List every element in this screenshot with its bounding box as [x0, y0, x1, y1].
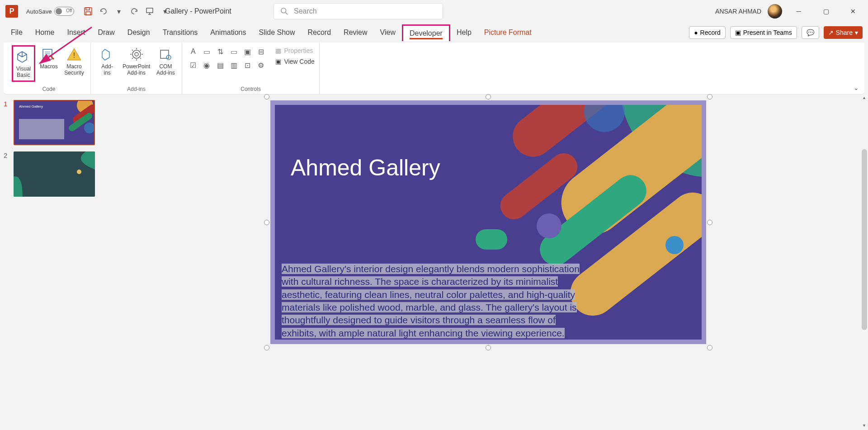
- resize-handle[interactable]: [264, 345, 269, 350]
- tab-insert[interactable]: Insert: [61, 25, 91, 40]
- thumb-2-preview[interactable]: [14, 151, 95, 197]
- group-code-label: Code: [12, 86, 86, 93]
- macros-button[interactable]: Macros: [37, 45, 61, 71]
- macros-label: Macros: [40, 63, 57, 70]
- resize-handle[interactable]: [264, 94, 269, 99]
- tab-slideshow[interactable]: Slide Show: [252, 25, 301, 40]
- scroll-thumb[interactable]: [862, 149, 867, 330]
- thumbnail-2[interactable]: 2: [4, 151, 105, 197]
- powerpoint-addins-button[interactable]: PowerPoint Add-ins: [121, 45, 152, 77]
- macro-security-label: Macro Security: [64, 63, 84, 76]
- tab-animations[interactable]: Animations: [204, 25, 252, 40]
- resize-handle[interactable]: [707, 94, 712, 99]
- addins-button[interactable]: Add- ins: [95, 45, 119, 77]
- comments-button[interactable]: 💬: [802, 26, 819, 39]
- record-button[interactable]: ● Record: [689, 26, 726, 39]
- search-input[interactable]: Search: [274, 3, 443, 19]
- scroll-down-icon[interactable]: ▾: [861, 423, 867, 430]
- scroll-up-icon[interactable]: ▴: [861, 95, 867, 102]
- control-more-icon[interactable]: ⚙: [255, 59, 267, 71]
- svg-rect-1: [86, 8, 90, 10]
- svg-point-8: [135, 52, 138, 56]
- control-combobox-icon[interactable]: ▥: [227, 59, 240, 71]
- tab-view[interactable]: View: [374, 25, 402, 40]
- workspace: 1 Ahmed Gallery 2: [0, 95, 868, 430]
- resize-handle[interactable]: [707, 220, 712, 225]
- app-icon[interactable]: P: [5, 5, 18, 18]
- share-button[interactable]: ↗ Share ▾: [824, 26, 863, 39]
- svg-rect-5: [43, 49, 52, 59]
- slide-number-1: 1: [4, 100, 10, 145]
- control-textbox-icon[interactable]: ▭: [200, 45, 213, 58]
- svg-point-15: [77, 170, 81, 174]
- user-name[interactable]: ANSAR AHMAD: [715, 8, 761, 15]
- thumb-1-shapes: [44, 100, 95, 145]
- tab-file[interactable]: File: [5, 25, 29, 40]
- control-checkbox-icon[interactable]: ☑: [187, 59, 199, 71]
- svg-rect-2: [86, 12, 90, 15]
- control-listbox-icon[interactable]: ▤: [214, 59, 226, 71]
- visual-basic-button[interactable]: Visual Basic: [12, 45, 35, 82]
- resize-handle[interactable]: [264, 220, 269, 225]
- slideshow-icon[interactable]: [144, 6, 155, 17]
- thumbnail-1[interactable]: 1 Ahmed Gallery: [4, 100, 105, 145]
- control-spin-icon[interactable]: ⇅: [214, 45, 226, 58]
- control-toggle-icon[interactable]: ⊡: [241, 59, 254, 71]
- undo-dropdown-icon[interactable]: ▾: [113, 6, 124, 17]
- decorative-shape: [537, 213, 561, 238]
- ribbon-tabs: File Home Insert Draw Design Transitions…: [0, 23, 868, 43]
- group-code: Visual Basic Macros ! Macro Security Cod…: [7, 43, 91, 94]
- toggle-switch[interactable]: Off: [54, 7, 74, 16]
- macros-icon: [41, 46, 57, 62]
- selected-image[interactable]: Ahmed Gallery Ahmed Gallery's interior d…: [267, 97, 710, 348]
- tab-review[interactable]: Review: [337, 25, 373, 40]
- tab-record[interactable]: Record: [302, 25, 338, 40]
- save-icon[interactable]: [83, 6, 94, 17]
- tab-transitions[interactable]: Transitions: [156, 25, 204, 40]
- tab-picture-format[interactable]: Picture Format: [478, 25, 538, 40]
- thumb-1-preview[interactable]: Ahmed Gallery: [14, 100, 95, 145]
- undo-icon[interactable]: [98, 6, 109, 17]
- macro-security-button[interactable]: ! Macro Security: [62, 45, 86, 77]
- thumb-2-shapes: [14, 151, 95, 197]
- slide-thumbnails-panel[interactable]: 1 Ahmed Gallery 2: [0, 95, 108, 430]
- resize-handle[interactable]: [486, 345, 491, 350]
- collapse-ribbon-icon[interactable]: ⌄: [854, 84, 859, 91]
- control-image-icon[interactable]: ▣: [241, 45, 254, 58]
- ribbon: Visual Basic Macros ! Macro Security Cod…: [4, 43, 864, 95]
- decorative-shape: [584, 105, 625, 132]
- maximize-button[interactable]: ▢: [816, 4, 836, 19]
- slide-body-text: Ahmed Gallery's interior design elegantl…: [282, 263, 580, 340]
- document-title: Gallery - PowerPoint: [165, 7, 231, 15]
- autosave-toggle[interactable]: AutoSave Off: [26, 7, 74, 16]
- properties-button: ▦ Properties: [275, 45, 314, 56]
- tab-developer[interactable]: Developer: [402, 24, 450, 41]
- autosave-label: AutoSave: [26, 8, 52, 15]
- slide-canvas[interactable]: Ahmed Gallery Ahmed Gallery's interior d…: [108, 95, 868, 430]
- minimize-button[interactable]: ─: [788, 4, 809, 19]
- addins-icon: [99, 46, 115, 62]
- control-commandbutton-icon[interactable]: ▭: [227, 45, 240, 58]
- view-code-button[interactable]: ▣ View Code: [275, 56, 314, 67]
- redo-icon[interactable]: [129, 6, 140, 17]
- resize-handle[interactable]: [486, 94, 491, 99]
- com-addins-button[interactable]: COM Add-ins: [154, 45, 177, 77]
- tab-draw[interactable]: Draw: [91, 25, 121, 40]
- tab-design[interactable]: Design: [121, 25, 156, 40]
- tab-home[interactable]: Home: [29, 25, 61, 40]
- slide-title: Ahmed Gallery: [291, 155, 440, 181]
- com-addins-label: COM Add-ins: [156, 63, 175, 76]
- close-button[interactable]: ✕: [843, 4, 863, 19]
- present-teams-button[interactable]: ▣ Present in Teams: [730, 26, 797, 39]
- visual-basic-icon: [15, 48, 32, 65]
- svg-point-4: [281, 8, 286, 13]
- control-option-icon[interactable]: ◉: [200, 59, 213, 71]
- control-scrollbar-icon[interactable]: ⊟: [255, 45, 267, 58]
- svg-rect-9: [160, 50, 169, 58]
- powerpoint-addins-label: PowerPoint Add-ins: [123, 63, 150, 76]
- user-avatar[interactable]: [768, 4, 782, 19]
- vertical-scrollbar[interactable]: ▴ ▾: [860, 95, 868, 430]
- resize-handle[interactable]: [707, 345, 712, 350]
- control-label-icon[interactable]: A: [187, 45, 199, 58]
- tab-help[interactable]: Help: [450, 25, 478, 40]
